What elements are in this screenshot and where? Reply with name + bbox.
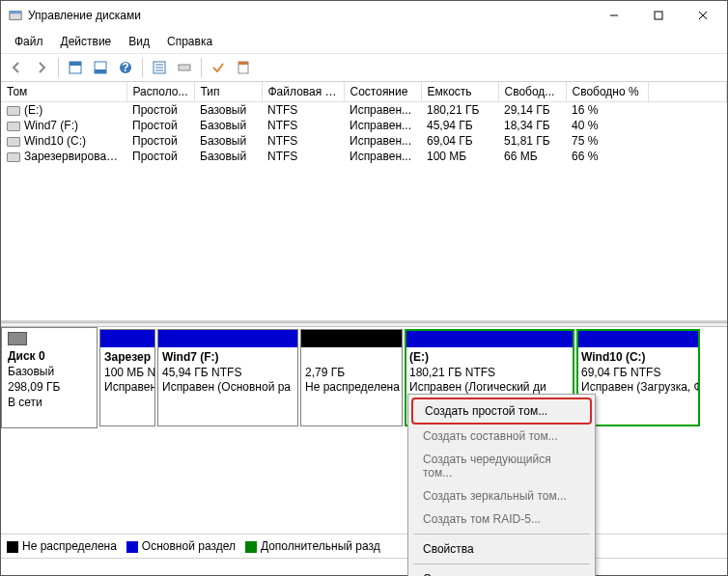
col-free[interactable]: Свобод... <box>498 82 566 102</box>
col-state[interactable]: Состояние <box>344 82 421 102</box>
table-row[interactable]: Wind7 (F:)ПростойБазовыйNTFSИсправен...4… <box>1 118 727 133</box>
svg-rect-7 <box>70 62 81 66</box>
swatch-primary-icon <box>126 541 138 553</box>
table-row[interactable]: (E:)ПростойБазовыйNTFSИсправен...180,21 … <box>1 102 727 119</box>
ctx-new-spanned-volume[interactable]: Создать составной том... <box>411 425 592 448</box>
cell-freepct: 75 % <box>566 133 648 149</box>
table-row[interactable]: Wind10 (C:)ПростойБазовыйNTFSИсправен...… <box>1 133 727 149</box>
col-layout[interactable]: Располо... <box>126 82 194 102</box>
partition[interactable]: 2,79 ГБНе распределена <box>300 329 403 426</box>
table-header-row: Том Располо... Тип Файловая с... Состоян… <box>1 82 727 102</box>
volume-icon <box>7 137 20 147</box>
partition-title: (E:) <box>409 350 429 364</box>
cell-capacity: 45,94 ГБ <box>421 118 498 133</box>
partition[interactable]: Зарезер100 МБ NИсправен <box>99 329 155 426</box>
toolbar: ? <box>1 53 727 82</box>
statusbar <box>1 558 727 575</box>
forward-button[interactable] <box>30 57 53 78</box>
ctx-new-simple-volume[interactable]: Создать простой том... <box>411 398 592 425</box>
svg-rect-18 <box>238 62 248 65</box>
partition-size: 180,21 ГБ NTFS <box>409 366 495 379</box>
table-row[interactable]: Зарезервировано...ПростойБазовыйNTFSИспр… <box>1 149 727 164</box>
volume-list[interactable]: Том Располо... Тип Файловая с... Состоян… <box>1 82 727 322</box>
col-type[interactable]: Тип <box>194 82 262 102</box>
view-bottom-icon[interactable] <box>89 57 112 78</box>
svg-rect-1 <box>10 12 21 14</box>
ctx-help[interactable]: Справка <box>411 567 592 576</box>
properties-icon[interactable] <box>232 57 255 78</box>
cell-state: Исправен... <box>344 149 421 164</box>
cell-type: Базовый <box>194 102 262 119</box>
cell-free: 51,81 ГБ <box>498 133 566 149</box>
cell-type: Базовый <box>194 149 262 164</box>
window: Управление дисками Файл Действие Вид Спр… <box>0 0 728 576</box>
svg-text:?: ? <box>122 61 128 74</box>
menu-help[interactable]: Справка <box>159 32 220 51</box>
disk-name: Диск 0 <box>8 349 91 363</box>
ctx-new-raid5-volume[interactable]: Создать том RAID-5... <box>411 507 592 531</box>
partition-status: Исправен (Загрузка, Фай <box>581 380 699 394</box>
partition-body: (E:)180,21 ГБ NTFSИсправен (Логический д… <box>406 347 574 398</box>
cell-capacity: 180,21 ГБ <box>421 102 498 119</box>
menu-action[interactable]: Действие <box>53 32 120 51</box>
window-buttons <box>592 1 725 30</box>
menubar: Файл Действие Вид Справка <box>1 30 727 53</box>
cell-layout: Простой <box>126 133 194 149</box>
legend-unalloc: Не распределена <box>7 539 117 553</box>
cell-layout: Простой <box>126 118 194 133</box>
volume-icon <box>7 106 20 116</box>
partition-body: 2,79 ГБНе распределена <box>301 347 402 398</box>
cell-layout: Простой <box>126 149 194 164</box>
cell-capacity: 100 МБ <box>421 149 498 164</box>
toolbar-separator <box>58 58 59 77</box>
settings-disk-icon[interactable] <box>173 57 196 78</box>
check-icon[interactable] <box>207 57 230 78</box>
col-capacity[interactable]: Емкость <box>421 82 498 102</box>
col-fs[interactable]: Файловая с... <box>262 82 344 102</box>
partition-body: Wind10 (C:)69,04 ГБ NTFSИсправен (Загруз… <box>577 347 699 398</box>
toolbar-separator <box>142 58 143 77</box>
disk-size: 298,09 ГБ <box>8 380 91 394</box>
context-menu: Создать простой том... Создать составной… <box>407 394 596 576</box>
view-top-icon[interactable] <box>64 57 87 78</box>
cell-type: Базовый <box>194 118 262 133</box>
svg-rect-9 <box>95 69 106 73</box>
cell-fs: NTFS <box>262 149 344 164</box>
ctx-new-mirror-volume[interactable]: Создать зеркальный том... <box>411 484 592 507</box>
cell-state: Исправен... <box>344 133 421 149</box>
col-volume[interactable]: Том <box>1 82 126 102</box>
partition-size: 45,94 ГБ NTFS <box>162 366 241 379</box>
menu-view[interactable]: Вид <box>121 32 157 51</box>
ctx-properties[interactable]: Свойства <box>411 537 592 561</box>
disk-icon <box>8 332 27 345</box>
minimize-button[interactable] <box>592 1 636 30</box>
col-spacer <box>648 82 727 102</box>
volume-icon <box>7 152 20 162</box>
back-button[interactable] <box>5 57 28 78</box>
partition-status: Исправен <box>104 380 154 394</box>
svg-rect-3 <box>655 12 662 19</box>
help-icon[interactable]: ? <box>114 57 137 78</box>
partition-color-bar <box>406 330 574 347</box>
col-freepct[interactable]: Свободно % <box>566 82 648 102</box>
menu-file[interactable]: Файл <box>7 32 51 51</box>
cell-free: 29,14 ГБ <box>498 102 566 119</box>
partition-status: Исправен (Логический ди <box>409 380 546 394</box>
settings-list-icon[interactable] <box>148 57 171 78</box>
close-button[interactable] <box>681 1 725 30</box>
partition-status: Исправен (Основной ра <box>162 380 291 394</box>
partition-size: 100 МБ N <box>104 366 154 379</box>
maximize-button[interactable] <box>636 1 681 30</box>
graphical-view: Диск 0 Базовый 298,09 ГБ В сети Зарезер1… <box>1 327 727 558</box>
cell-volume: Wind10 (C:) <box>1 133 126 149</box>
disk-header[interactable]: Диск 0 Базовый 298,09 ГБ В сети <box>1 327 98 428</box>
ctx-separator <box>413 563 590 564</box>
cell-volume: Wind7 (F:) <box>1 118 126 133</box>
cell-state: Исправен... <box>344 118 421 133</box>
cell-free: 66 МБ <box>498 149 566 164</box>
partition[interactable]: Wind7 (F:)45,94 ГБ NTFSИсправен (Основно… <box>157 329 298 426</box>
cell-freepct: 40 % <box>566 118 648 133</box>
partition-title: Wind10 (C:) <box>581 350 646 364</box>
partition-status: Не распределена <box>305 380 400 394</box>
ctx-new-striped-volume[interactable]: Создать чередующийся том... <box>411 448 592 484</box>
